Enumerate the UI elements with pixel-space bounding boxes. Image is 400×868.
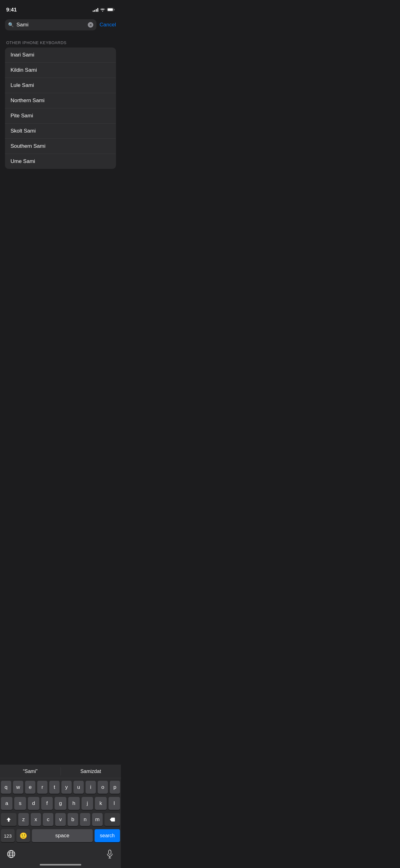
section-header: OTHER IPHONE KEYBOARDS [0, 34, 121, 48]
status-time: 9:41 [6, 7, 17, 13]
result-item[interactable]: Southern Sami [5, 139, 116, 154]
svg-rect-2 [108, 8, 113, 11]
result-item[interactable]: Kildin Sami [5, 63, 116, 78]
search-container: 🔍 Cancel [0, 16, 121, 34]
cancel-button[interactable]: Cancel [100, 22, 116, 28]
result-item[interactable]: Northern Sami [5, 93, 116, 108]
search-input[interactable] [16, 22, 85, 28]
search-bar: 🔍 [5, 19, 96, 30]
status-bar: 9:41 [0, 0, 121, 16]
result-item[interactable]: Pite Sami [5, 108, 116, 124]
search-bar-icon: 🔍 [8, 22, 14, 28]
svg-rect-1 [114, 9, 115, 10]
result-item[interactable]: Ume Sami [5, 154, 116, 169]
results-list: Inari SamiKildin SamiLule SamiNorthern S… [5, 48, 116, 169]
result-item[interactable]: Lule Sami [5, 78, 116, 93]
clear-button[interactable] [88, 22, 93, 28]
result-item[interactable]: Skolt Sami [5, 124, 116, 139]
wifi-icon [100, 7, 105, 13]
signal-icon [93, 8, 98, 12]
status-icons [93, 7, 115, 13]
main-content: 🔍 Cancel OTHER IPHONE KEYBOARDS Inari Sa… [0, 16, 121, 281]
result-item[interactable]: Inari Sami [5, 48, 116, 63]
battery-icon [107, 7, 115, 13]
